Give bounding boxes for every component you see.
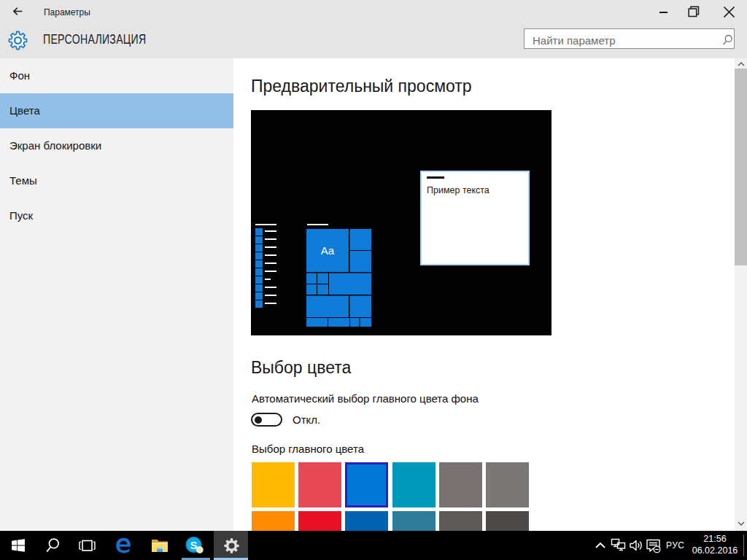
svg-text:S: S [190, 539, 197, 551]
svg-text:Aa: Aa [321, 244, 335, 257]
